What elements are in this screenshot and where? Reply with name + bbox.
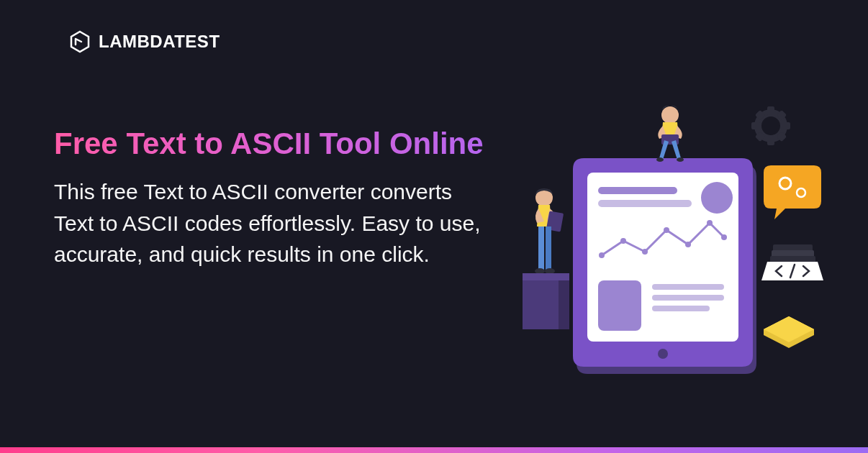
svg-rect-15 bbox=[652, 306, 710, 311]
svg-point-38 bbox=[535, 268, 545, 274]
svg-point-6 bbox=[620, 238, 626, 244]
svg-point-1 bbox=[658, 349, 668, 359]
logo-text: LAMBDATEST bbox=[99, 32, 220, 52]
svg-point-33 bbox=[677, 157, 684, 162]
svg-point-30 bbox=[661, 106, 679, 124]
svg-point-32 bbox=[656, 157, 664, 162]
svg-rect-42 bbox=[523, 273, 569, 280]
svg-rect-12 bbox=[598, 280, 641, 331]
svg-rect-18 bbox=[767, 137, 774, 145]
svg-rect-36 bbox=[538, 226, 544, 270]
svg-rect-13 bbox=[652, 284, 724, 290]
svg-rect-14 bbox=[652, 295, 724, 301]
svg-rect-3 bbox=[598, 200, 692, 207]
accent-bar bbox=[0, 447, 868, 453]
svg-point-5 bbox=[599, 252, 605, 258]
tile-icon bbox=[764, 316, 814, 348]
page-title: Free Text to ASCII Tool Online bbox=[54, 126, 486, 162]
svg-rect-37 bbox=[546, 226, 551, 270]
logo-container: LAMBDATEST bbox=[68, 30, 220, 53]
svg-rect-40 bbox=[523, 273, 564, 329]
settings-bubble-icon bbox=[764, 165, 821, 219]
svg-point-4 bbox=[701, 182, 733, 214]
svg-point-8 bbox=[664, 227, 669, 233]
person-standing-icon bbox=[535, 188, 564, 274]
svg-rect-20 bbox=[782, 122, 790, 129]
svg-point-10 bbox=[707, 220, 713, 226]
svg-rect-19 bbox=[751, 122, 760, 129]
svg-point-9 bbox=[685, 242, 691, 247]
pedestal-icon bbox=[523, 273, 569, 329]
gear-icon bbox=[751, 106, 790, 145]
svg-rect-2 bbox=[598, 187, 677, 194]
svg-rect-41 bbox=[559, 273, 569, 329]
lambdatest-logo-icon bbox=[68, 30, 91, 53]
svg-rect-17 bbox=[767, 106, 774, 115]
svg-point-39 bbox=[545, 268, 555, 274]
svg-point-11 bbox=[721, 234, 727, 240]
hero-illustration bbox=[472, 93, 832, 395]
svg-point-7 bbox=[642, 249, 648, 255]
code-stack-icon bbox=[761, 244, 823, 280]
person-sitting-icon bbox=[656, 106, 684, 162]
hero-content: Free Text to ASCII Tool Online This free… bbox=[54, 126, 486, 270]
page-description: This free Text to ASCII converter conver… bbox=[54, 176, 486, 270]
